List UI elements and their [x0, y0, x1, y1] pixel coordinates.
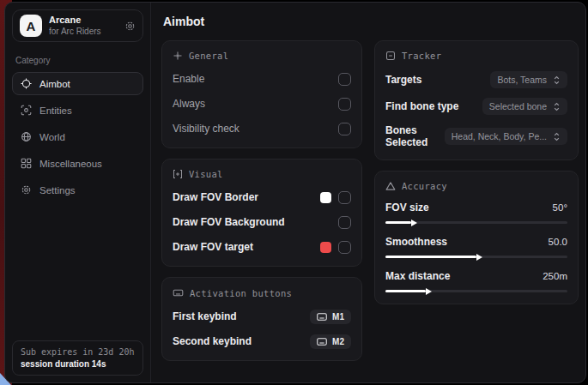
slider-fill	[385, 256, 476, 258]
setting-row-draw-fov-border: Draw FOV Border	[173, 189, 351, 205]
dropdown-value: Bots, Teams	[497, 75, 547, 85]
grid-dots-icon	[173, 51, 183, 61]
sidebar-item-label: Settings	[39, 185, 76, 196]
card-title: Visual	[189, 169, 223, 179]
setting-row-draw-fov-target: Draw FOV target	[173, 239, 351, 255]
sidebar-item-settings[interactable]: Settings	[12, 178, 143, 202]
setting-label: Visibility check	[173, 123, 239, 135]
sidebar-nav: Aimbot Entities World	[12, 72, 143, 202]
setting-row-visibility-check: Visibility check	[173, 121, 351, 136]
app-subtitle: for Arc Riders	[49, 27, 118, 38]
draw-fov-border-checkbox[interactable]	[338, 191, 351, 204]
slider-row-fov-size: FOV size 50°	[385, 202, 567, 224]
keyboard-icon	[317, 338, 327, 346]
max-distance-slider[interactable]	[385, 290, 567, 292]
slider-value: 50°	[553, 202, 567, 213]
second-keybind-button[interactable]: M2	[310, 334, 351, 349]
app-window: A Arcane for Arc Riders Category Aimbot	[4, 2, 586, 383]
slider-fill	[385, 221, 411, 224]
setting-row-targets: Targets Bots, Teams	[385, 71, 567, 88]
setting-label: Draw FOV Background	[173, 216, 285, 228]
sidebar-spacer	[12, 202, 143, 340]
setting-row-enable: Enable	[173, 71, 351, 87]
draw-fov-background-checkbox[interactable]	[338, 216, 351, 229]
card-title: Accuracy	[402, 181, 447, 191]
setting-row-bones-selected: Bones Selected Head, Neck, Body, Pe...	[385, 124, 567, 148]
targets-dropdown[interactable]: Bots, Teams	[490, 71, 567, 88]
slider-row-smoothness: Smoothness 50.0	[385, 236, 567, 258]
gear-icon	[21, 184, 32, 196]
keybind-value: M1	[332, 312, 344, 322]
sidebar-item-label: Aimbot	[39, 79, 70, 89]
setting-row-first-keybind: First keybind M1	[173, 309, 351, 324]
setting-label: Find bone type	[385, 100, 458, 112]
sidebar: A Arcane for Arc Riders Category Aimbot	[5, 3, 151, 382]
sidebar-item-label: Miscellaneous	[39, 159, 102, 169]
setting-label: Draw FOV target	[173, 241, 253, 253]
smoothness-slider[interactable]	[385, 256, 567, 258]
enable-checkbox[interactable]	[338, 73, 351, 86]
setting-row-draw-fov-background: Draw FOV Background	[173, 214, 351, 230]
sub-expiry-text: Sub expires in 23d 20h	[21, 347, 135, 357]
chevrons-up-down-icon	[553, 102, 561, 111]
keyboard-icon	[317, 313, 327, 321]
setting-label: Always	[173, 98, 205, 110]
setting-label: FOV size	[385, 202, 429, 214]
sidebar-item-aimbot[interactable]: Aimbot	[12, 72, 143, 95]
fov-brackets-icon	[173, 169, 183, 179]
slider-thumb[interactable]	[426, 288, 432, 295]
slider-value: 50.0	[549, 237, 567, 247]
gear-icon[interactable]	[124, 21, 136, 32]
setting-label: Second keybind	[173, 335, 252, 347]
app-logo: A	[20, 15, 42, 37]
bones-selected-dropdown[interactable]: Head, Neck, Body, Pe...	[445, 128, 567, 145]
fov-size-slider[interactable]	[385, 221, 567, 224]
setting-label: Max distance	[385, 270, 450, 282]
session-duration-text: session duration 14s	[21, 359, 135, 369]
entities-scan-icon	[21, 105, 32, 116]
sidebar-item-entities[interactable]: Entities	[12, 99, 143, 122]
find-bone-type-dropdown[interactable]: Selected bone	[482, 98, 567, 115]
setting-label: First keybind	[173, 310, 237, 322]
globe-icon	[21, 131, 32, 142]
card-title: Activation buttons	[190, 288, 292, 298]
slider-fill	[385, 290, 426, 292]
card-title: Tracker	[402, 51, 441, 61]
brand-card: A Arcane for Arc Riders	[12, 9, 143, 42]
setting-label: Smoothness	[385, 236, 447, 248]
sidebar-item-world[interactable]: World	[12, 125, 143, 148]
dropdown-value: Selected bone	[489, 101, 547, 111]
visibility-check-checkbox[interactable]	[338, 123, 351, 135]
setting-label: Enable	[173, 73, 204, 85]
setting-row-find-bone-type: Find bone type Selected bone	[385, 98, 567, 115]
setting-row-always: Always	[173, 96, 351, 111]
sidebar-item-label: World	[39, 132, 65, 142]
sidebar-item-miscellaneous[interactable]: Miscellaneous	[12, 152, 143, 175]
slider-thumb[interactable]	[411, 220, 417, 226]
brand-text: Arcane for Arc Riders	[49, 15, 118, 37]
sidebar-item-label: Entities	[39, 105, 72, 116]
color-swatch-white[interactable]	[320, 192, 331, 203]
right-column: Tracker Targets Bots, Teams	[374, 40, 579, 304]
color-swatch-red[interactable]	[320, 242, 331, 253]
chevrons-up-down-icon	[553, 132, 561, 141]
setting-row-second-keybind: Second keybind M2	[173, 334, 351, 349]
setting-label: Bones Selected	[385, 124, 445, 148]
draw-fov-target-checkbox[interactable]	[338, 241, 351, 254]
accuracy-card: Accuracy FOV size 50°	[374, 171, 579, 304]
chevrons-up-down-icon	[553, 75, 561, 85]
slider-value: 250m	[543, 271, 567, 281]
grid-icon	[21, 158, 32, 169]
page-title: Aimbot	[163, 15, 579, 28]
subscription-info-box: Sub expires in 23d 20h session duration …	[12, 340, 143, 376]
crosshair-icon	[21, 78, 32, 89]
setting-label: Targets	[385, 74, 421, 86]
slider-thumb[interactable]	[476, 254, 482, 261]
box-minus-icon	[385, 51, 396, 61]
setting-label: Draw FOV Border	[173, 191, 258, 203]
first-keybind-button[interactable]: M1	[310, 310, 351, 324]
tracker-card: Tracker Targets Bots, Teams	[374, 40, 579, 160]
left-column: General Enable Always Visibility check	[161, 40, 362, 361]
always-checkbox[interactable]	[338, 98, 351, 111]
category-label: Category	[15, 56, 140, 65]
